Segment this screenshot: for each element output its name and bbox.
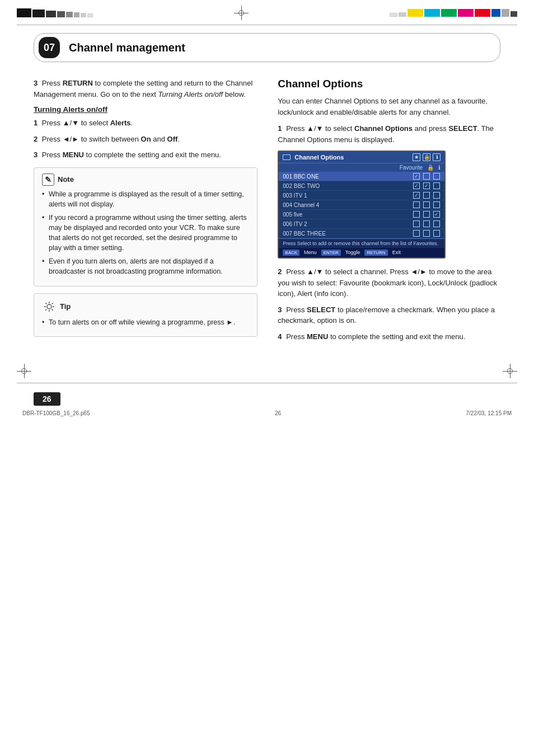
tip-item: To turn alerts on or off while viewing a… bbox=[42, 317, 249, 327]
tip-icon bbox=[42, 299, 57, 314]
note-icon: ✎ bbox=[42, 173, 54, 186]
crosshair-bottom-left bbox=[17, 364, 31, 378]
gear-icon bbox=[43, 300, 55, 313]
tip-box: Tip To turn alerts on or off while viewi… bbox=[34, 293, 257, 337]
top-divider bbox=[17, 25, 517, 25]
channel-row: 004 Channel 4 bbox=[279, 200, 444, 210]
footer-date: 7/22/03, 12:15 PM bbox=[466, 410, 512, 416]
tv-icon bbox=[283, 154, 291, 160]
channel-row: 003 ITV 1 ✓ bbox=[279, 191, 444, 200]
crosshair-icon bbox=[234, 6, 249, 20]
note-box: ✎ Note While a programme is displayed as… bbox=[34, 167, 257, 287]
chapter-title: Channel management bbox=[69, 41, 185, 54]
screen-mockup: Channel Options ★ 🔒 ℹ Favourite 🔒 ℹ 001 … bbox=[278, 151, 446, 259]
screen-top-icons: ★ 🔒 ℹ bbox=[413, 153, 441, 161]
tip-header: Tip bbox=[42, 299, 249, 314]
turning-alerts-step2: 2 Press ◄/► to switch between On and Off… bbox=[34, 134, 257, 145]
padlock-icon: 🔒 bbox=[423, 153, 430, 161]
footer-page: 26 bbox=[275, 410, 281, 416]
step-3-text: 3 Press RETURN to complete the setting a… bbox=[34, 78, 257, 100]
page-number-box: 26 bbox=[34, 392, 60, 406]
left-column: 3 Press RETURN to complete the setting a… bbox=[34, 78, 257, 347]
footer-filename: DBR-TF100GB_16_26.p65 bbox=[22, 410, 90, 416]
right-column: Channel Options You can enter Channel Op… bbox=[278, 78, 502, 347]
subsection-title-turning-alerts: Turning Alerts on/off bbox=[34, 105, 257, 114]
crosshair-bottom-right bbox=[503, 364, 517, 378]
bookmark-icon: ★ bbox=[413, 153, 420, 161]
channel-row: 002 BBC TWO ✓ ✓ bbox=[279, 181, 444, 191]
screen-title: Channel Options bbox=[294, 154, 344, 161]
note-item: If you record a programme without using … bbox=[42, 213, 249, 253]
info-icon: ℹ bbox=[433, 153, 441, 161]
screen-title-bar: Channel Options ★ 🔒 ℹ bbox=[279, 152, 444, 163]
bottom-divider bbox=[17, 383, 517, 383]
channel-row: 006 ITV 2 bbox=[279, 219, 444, 229]
tip-list: To turn alerts on or off while viewing a… bbox=[42, 317, 249, 327]
svg-point-0 bbox=[47, 304, 51, 309]
note-item: Even if you turn alerts on, alerts are n… bbox=[42, 256, 249, 276]
screen-nav-bar: BACK Menu ENTER Toggle RETURN Exit bbox=[279, 248, 444, 257]
channel-row: 001 BBC ONE ✓ bbox=[279, 172, 444, 181]
note-item: While a programme is displayed as the re… bbox=[42, 189, 249, 209]
channel-options-step2: 2 Press ▲/▼ to select a channel. Press ◄… bbox=[278, 266, 502, 299]
channel-options-title: Channel Options bbox=[278, 78, 502, 90]
channel-list: 001 BBC ONE ✓ 002 BBC TWO ✓ ✓ 003 ITV 1 … bbox=[279, 172, 444, 238]
channel-row: 007 BBC THREE bbox=[279, 229, 444, 238]
turning-alerts-step3: 3 Press MENU to complete the setting and… bbox=[34, 149, 257, 161]
channel-options-intro: You can enter Channel Options to set any… bbox=[278, 96, 502, 118]
channel-row: 005 five ✓ bbox=[279, 210, 444, 219]
note-header: ✎ Note bbox=[42, 173, 249, 186]
channel-options-step3: 3 Press SELECT to place/remove a checkma… bbox=[278, 304, 502, 326]
channel-options-step1: 1 Press ▲/▼ to select Channel Options an… bbox=[278, 123, 502, 145]
main-content: 3 Press RETURN to complete the setting a… bbox=[0, 72, 534, 353]
chapter-number: 07 bbox=[39, 37, 60, 58]
chapter-header: 07 Channel management bbox=[34, 33, 500, 62]
turning-alerts-step1: 1 Press ▲/▼ to select Alerts. bbox=[34, 118, 257, 129]
screen-cols-header: Favourite 🔒 ℹ bbox=[279, 163, 444, 172]
screen-status-bar: Press Select to add or remove this chann… bbox=[279, 238, 444, 248]
note-list: While a programme is displayed as the re… bbox=[42, 189, 249, 277]
channel-options-step4: 4 Press MENU to complete the setting and… bbox=[278, 331, 502, 342]
